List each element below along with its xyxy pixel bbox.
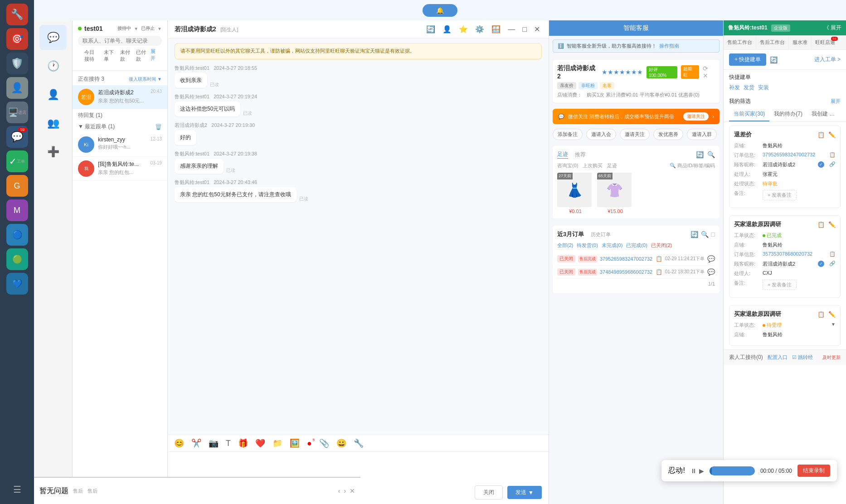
refresh-workorder-btn[interactable]: 🔄: [770, 56, 778, 63]
taskbar-desk[interactable]: 🖥️ 进店: [6, 102, 28, 123]
tab-paid[interactable]: 已付款: [134, 48, 148, 63]
chat-search-input[interactable]: [78, 36, 162, 46]
taskbar-app5[interactable]: M: [6, 199, 28, 221]
user-btn[interactable]: 👤: [441, 24, 453, 34]
notification-bell[interactable]: 🔔: [423, 4, 457, 17]
tab-today[interactable]: 今日接待: [83, 48, 100, 63]
taskbar-app6[interactable]: 🔵: [6, 224, 28, 246]
taskbar-app1[interactable]: 🔧: [6, 4, 28, 25]
temp-close-btn[interactable]: ✕: [350, 487, 355, 494]
taskbar-todo[interactable]: ✓ 工单: [6, 150, 28, 172]
settings-btn[interactable]: ⚙️: [473, 24, 486, 34]
coupon-btn[interactable]: 发优惠券: [653, 129, 683, 140]
filter-done[interactable]: 已完成(0): [626, 242, 647, 249]
gift-btn[interactable]: 🎁: [236, 437, 250, 449]
invite-meeting-btn[interactable]: 邀请入会: [586, 129, 616, 140]
section2-edit-icon[interactable]: ✏️: [828, 221, 836, 228]
send-btn[interactable]: 发送 ▼: [507, 486, 542, 499]
filter-incomplete[interactable]: 未完成(0): [602, 242, 622, 249]
status-label[interactable]: 接待中: [117, 25, 131, 32]
chat-item-3[interactable]: 我 [我]鲁魁风铃:te... 03-19 亲亲 您的红包...: [73, 157, 167, 181]
notice-link[interactable]: 操作指南: [659, 43, 679, 49]
order-chat-1[interactable]: 💬: [707, 255, 715, 262]
section2-copy-icon[interactable]: 📋: [817, 221, 825, 228]
taskbar-app8[interactable]: 💙: [6, 273, 28, 295]
refresh-btn[interactable]: 🔄: [424, 24, 437, 34]
tab-service-level[interactable]: 服水准: [789, 35, 812, 49]
customer1-icon[interactable]: ✓: [818, 161, 824, 168]
extra-btn1[interactable]: 📎: [317, 437, 331, 449]
expand-tabs-btn[interactable]: 展开: [151, 48, 157, 63]
section1-copy-icon[interactable]: 📋: [817, 131, 825, 138]
star-btn[interactable]: ⭐: [457, 24, 470, 34]
orders-search-icon[interactable]: 🔍: [701, 231, 709, 238]
filter-closed[interactable]: 已关闭(2): [651, 242, 672, 249]
tab-prefront[interactable]: 售前工作台: [724, 35, 756, 49]
red-dot-btn[interactable]: ●5: [305, 438, 314, 449]
filter-pending[interactable]: 待发货(0): [577, 242, 598, 249]
config-btn[interactable]: 配置入口: [768, 354, 788, 361]
tab-aftersale[interactable]: 售后工作台: [756, 35, 789, 49]
route-btn[interactable]: ☑ 跳转经: [792, 354, 813, 361]
delete-recent-icon[interactable]: 🗑️: [155, 124, 162, 130]
taskbar-app3[interactable]: 🛡️: [6, 53, 28, 74]
section1-edit-icon[interactable]: ✏️: [828, 131, 836, 138]
recommend-tab[interactable]: 推荐: [575, 151, 586, 159]
product-img-1[interactable]: 👗 27天前: [557, 173, 592, 207]
order-copy-2[interactable]: 📋: [656, 269, 662, 275]
invite-group-btn[interactable]: 邀请入群: [687, 129, 717, 140]
customer1-copy[interactable]: 🔗: [829, 161, 836, 168]
card-actions[interactable]: ⟳ ✕: [703, 65, 715, 79]
taskbar-app2[interactable]: 🎯: [6, 28, 28, 50]
link-refund[interactable]: 补发: [729, 84, 740, 92]
chat-item-active[interactable]: 若泪 若泪成诗影成2 20:43 亲亲 您的红包50元...: [73, 85, 167, 109]
section3-copy-icon[interactable]: 📋: [817, 311, 825, 318]
reload-icon[interactable]: 🔄: [696, 151, 704, 158]
filters-expand-btn[interactable]: 展开: [831, 98, 841, 105]
end-video-btn[interactable]: 结束录制: [797, 465, 830, 477]
temp-next-btn[interactable]: ›: [344, 487, 346, 494]
stop-label[interactable]: ▼: [134, 26, 138, 31]
taskbar-message[interactable]: 💬 59: [6, 126, 28, 148]
orders-alt[interactable]: 历史订单: [591, 231, 611, 238]
temp-prev-btn[interactable]: ‹: [338, 487, 340, 494]
order-copy-1[interactable]: 📋: [656, 256, 662, 262]
customer2-copy[interactable]: 🔗: [829, 261, 836, 267]
add-note-btn-1[interactable]: + 发表备注: [763, 190, 797, 200]
orders-reload-icon[interactable]: 🔄: [690, 231, 698, 238]
screenshot-btn[interactable]: 📷: [207, 437, 220, 449]
image-btn[interactable]: 🖼️: [288, 437, 301, 449]
order-row-2[interactable]: 已关闭 售后完成 3748498959686002732 📋 01-22 18:…: [557, 266, 715, 279]
search-products-icon[interactable]: 🔍: [707, 151, 715, 158]
section3-edit-icon[interactable]: ✏️: [828, 311, 836, 318]
minimize-btn[interactable]: —: [506, 24, 517, 34]
close-chat-btn[interactable]: 关闭: [475, 485, 503, 499]
chat-input[interactable]: [175, 456, 542, 477]
accept-time-btn[interactable]: 接入联系时间 ▼: [129, 76, 162, 82]
chat-item-2[interactable]: Ki kirsten_zyy 12-13 你好好哦~~h...: [73, 133, 167, 157]
field-value-order2[interactable]: 357353078680020732: [763, 251, 826, 258]
tab-wangwang[interactable]: 旺旺店通 56: [812, 35, 839, 49]
sidebar-chat[interactable]: 💬: [39, 25, 67, 50]
extra-btn2[interactable]: 😀: [335, 437, 348, 449]
close-btn[interactable]: ✕: [532, 24, 542, 34]
copy-order1[interactable]: 📋: [829, 152, 836, 159]
emoji-btn[interactable]: 😊: [172, 437, 186, 449]
customer2-icon[interactable]: ✓: [818, 261, 824, 267]
sidebar-group[interactable]: 👥: [39, 111, 67, 136]
maximize-btn[interactable]: □: [520, 24, 529, 34]
order-row-1[interactable]: 已关闭 售后完成 3795265983247002732 📋 02-29 11:…: [557, 252, 715, 266]
link-ship[interactable]: 发货: [744, 84, 754, 92]
tab-current-buyer[interactable]: 当前买家(30): [729, 107, 769, 121]
quick-build-btn[interactable]: + 快捷建单: [729, 53, 766, 66]
heart-btn[interactable]: ❤️: [253, 437, 267, 449]
filter-last-buy[interactable]: 上次购买: [583, 162, 603, 169]
font-btn[interactable]: T: [224, 438, 233, 449]
field-value-order1[interactable]: 3795265983247002732: [763, 152, 826, 159]
add-note-action-btn[interactable]: 添加备注: [553, 129, 583, 140]
already-stop-label[interactable]: 已停止: [141, 25, 155, 32]
filter-footprint[interactable]: 足迹: [607, 162, 617, 169]
sidebar-add[interactable]: ➕: [39, 139, 67, 164]
tab-my-created[interactable]: 我创建 …: [807, 107, 839, 121]
sidebar-history[interactable]: 🕐: [39, 53, 67, 78]
